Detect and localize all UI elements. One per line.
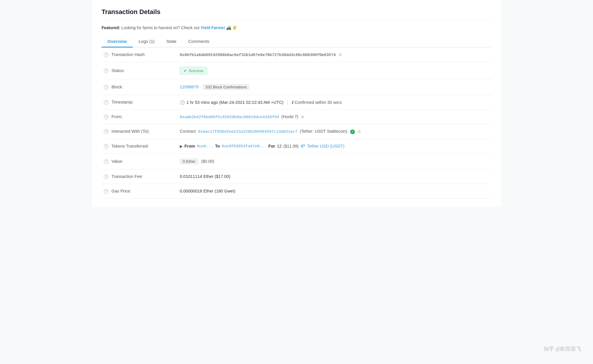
confirmations-badge: 532 Block Confirmations: [203, 84, 250, 90]
featured-bar: Featured: Looking for farms to harvest o…: [102, 25, 491, 30]
token-to-label: To: [215, 144, 220, 148]
page-title: Transaction Details: [102, 8, 491, 16]
label-fee: ? Transaction Fee:: [102, 169, 177, 184]
timestamp-value: 1 hr 53 mins ago (Mar-24-2021 02:22:43 A…: [186, 100, 283, 105]
value-badge: 0 Ether: [180, 158, 198, 164]
header-divider: [102, 20, 491, 21]
table-row: ? Transaction Fee: 0.01011114 Ether ($17…: [102, 169, 491, 184]
table-row: ? Transaction Hash: 0x0bfb1a6db09192988b…: [102, 48, 491, 62]
value-status: ✔ Success: [177, 62, 491, 79]
value-fee: 0.01011114 Ether ($17.00): [177, 169, 491, 184]
arrow-icon: ▶: [180, 144, 183, 148]
value-usd: ($0.00): [201, 159, 214, 164]
label-timestamp: ? Timestamp:: [102, 95, 177, 110]
contract-address-link[interactable]: 0xdac17f958d2ee523a2206206994597c13d831e…: [198, 130, 297, 134]
table-row: ? Status: ✔ Success: [102, 62, 491, 79]
timestamp-container: 🕐 1 hr 53 mins ago (Mar-24-2021 02:22:43…: [180, 100, 489, 105]
label-tokens: ? Tokens Transferred:: [102, 139, 177, 153]
contract-prefix: Contract: [180, 129, 196, 134]
value-ether: 0 Ether ($0.00): [177, 153, 491, 169]
value-tokens: ▶ From Huob... To 0xe9f03053fa97e0... Fo…: [177, 139, 491, 153]
table-row: ? Interacted With (To): Contract 0xdac17…: [102, 124, 491, 139]
table-row: ? Value: 0 Ether ($0.00): [102, 153, 491, 169]
help-icon-confirmed[interactable]: ℹ: [292, 100, 293, 105]
confirmed-text: Confirmed within 30 secs: [294, 100, 342, 105]
token-from-address[interactable]: Huob...: [197, 144, 213, 148]
detail-table: ? Transaction Hash: 0x0bfb1a6db09192988b…: [102, 48, 491, 199]
tab-state[interactable]: State: [161, 36, 182, 48]
table-row: ? Timestamp: 🕐 1 hr 53 mins ago (Mar-24-…: [102, 95, 491, 110]
help-icon-hash[interactable]: ?: [104, 52, 109, 57]
value-gas: 0.00000018 Ether (180 Gwei): [177, 184, 491, 198]
tab-comments[interactable]: Comments: [182, 36, 215, 48]
token-to-address[interactable]: 0xe9f03053fa97e0...: [222, 144, 267, 148]
token-from-label: From: [184, 144, 195, 148]
copy-hash-icon[interactable]: ⧉: [339, 52, 341, 57]
featured-prefix: Featured:: [102, 25, 120, 30]
tab-logs[interactable]: Logs (1): [133, 36, 161, 48]
help-icon-block[interactable]: ?: [104, 85, 109, 90]
hash-value: 0x0bfb1a6db09192988b8ac6ef32b1d67e6e78b7…: [180, 53, 336, 57]
yield-farms-link[interactable]: Yield Farms! 🚜 🌾: [200, 25, 237, 30]
table-row: ? Tokens Transferred: ▶ From Huob... To …: [102, 139, 491, 153]
label-transaction-hash: ? Transaction Hash:: [102, 48, 177, 62]
page-container: Transaction Details Featured: Looking fo…: [92, 0, 501, 207]
label-block: ? Block:: [102, 79, 177, 95]
tabs-container: Overview Logs (1) State Comments: [102, 36, 491, 48]
copy-from-icon[interactable]: ⧉: [301, 115, 304, 119]
contract-tag: (Tether: USDT Stablecoin): [300, 129, 347, 134]
table-row: ? From: 0xadb2b42f6bd96f5c65920b9ac88619…: [102, 110, 491, 124]
label-gas: ? Gas Price:: [102, 184, 177, 198]
token-for-label: For: [268, 144, 275, 148]
label-value: ? Value:: [102, 153, 177, 169]
tether-gem-icon: 💎: [300, 144, 305, 148]
block-number-link[interactable]: 12098879: [180, 85, 199, 89]
help-icon-tokens[interactable]: ?: [104, 144, 109, 149]
verified-icon: ✔: [350, 130, 355, 134]
value-from: 0xadb2b42f6bd96f5c65920b9ac88619dce4166f…: [177, 110, 491, 124]
token-amount: 12: [277, 144, 282, 148]
tab-overview[interactable]: Overview: [102, 36, 133, 48]
help-icon-gas[interactable]: ?: [104, 189, 109, 194]
value-transaction-hash: 0x0bfb1a6db09192988b8ac6ef32b1d67e6e78b7…: [177, 48, 491, 62]
copy-contract-icon[interactable]: ⧉: [358, 129, 360, 134]
from-tag: (Huobi 7): [281, 114, 298, 119]
label-interacted: ? Interacted With (To):: [102, 124, 177, 139]
help-icon-fee[interactable]: ?: [104, 174, 109, 179]
value-timestamp: 🕐 1 hr 53 mins ago (Mar-24-2021 02:22:43…: [177, 95, 491, 110]
token-transfer-container: ▶ From Huob... To 0xe9f03053fa97e0... Fo…: [180, 144, 489, 148]
label-from: ? From:: [102, 110, 177, 124]
table-row: ? Block: 12098879 532 Block Confirmation…: [102, 79, 491, 95]
featured-text: Looking for farms to harvest on? Check o…: [121, 25, 201, 30]
token-usd: ($11.99): [283, 144, 299, 148]
label-status: ? Status:: [102, 62, 177, 79]
check-icon: ✔: [184, 68, 187, 73]
help-icon-value[interactable]: ?: [104, 159, 109, 164]
confirmed-container: ℹ Confirmed within 30 secs: [292, 100, 342, 105]
help-icon-from[interactable]: ?: [104, 115, 109, 119]
help-icon-timestamp[interactable]: ?: [104, 100, 109, 105]
from-address-link[interactable]: 0xadb2b42f6bd96f5c65920b9ac88619dce4166f…: [180, 115, 279, 119]
separator: |: [287, 100, 288, 105]
help-icon-interacted[interactable]: ?: [104, 129, 109, 134]
clock-icon: 🕐: [180, 100, 185, 105]
success-badge: ✔ Success: [180, 67, 207, 74]
token-name-link[interactable]: Tether USD (USDT): [307, 144, 344, 148]
value-block: 12098879 532 Block Confirmations: [177, 79, 491, 95]
value-interacted: Contract 0xdac17f958d2ee523a220620699459…: [177, 124, 491, 139]
table-row: ? Gas Price: 0.00000018 Ether (180 Gwei): [102, 184, 491, 198]
help-icon-status[interactable]: ?: [104, 69, 109, 73]
